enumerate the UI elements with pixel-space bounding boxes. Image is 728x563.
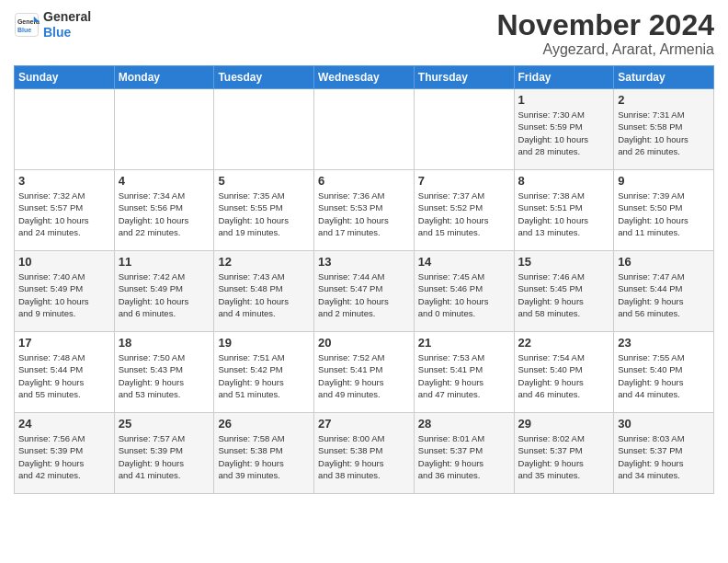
day-number: 17 [18, 336, 110, 350]
calendar-cell [15, 89, 115, 170]
day-number: 25 [119, 417, 210, 431]
col-header-saturday: Saturday [614, 66, 714, 89]
day-info: Sunrise: 7:38 AMSunset: 5:51 PMDaylight:… [518, 190, 610, 238]
calendar-cell: 7Sunrise: 7:37 AMSunset: 5:52 PMDaylight… [414, 170, 514, 251]
calendar-cell: 20Sunrise: 7:52 AMSunset: 5:41 PMDayligh… [314, 332, 415, 413]
day-info: Sunrise: 7:46 AMSunset: 5:45 PMDaylight:… [518, 270, 610, 319]
day-info: Sunrise: 7:58 AMSunset: 5:38 PMDaylight:… [218, 432, 310, 481]
day-info: Sunrise: 7:31 AMSunset: 5:58 PMDaylight:… [618, 109, 710, 157]
day-number: 28 [418, 417, 510, 431]
calendar-cell [314, 89, 415, 170]
day-number: 5 [218, 174, 310, 188]
day-number: 27 [318, 417, 410, 431]
day-number: 10 [18, 255, 110, 269]
calendar-cell: 18Sunrise: 7:50 AMSunset: 5:43 PMDayligh… [114, 332, 214, 413]
day-number: 11 [119, 255, 210, 269]
day-info: Sunrise: 7:48 AMSunset: 5:44 PMDaylight:… [18, 351, 110, 400]
day-info: Sunrise: 7:50 AMSunset: 5:43 PMDaylight:… [119, 351, 210, 400]
day-info: Sunrise: 7:40 AMSunset: 5:49 PMDaylight:… [18, 270, 110, 319]
calendar-cell: 11Sunrise: 7:42 AMSunset: 5:49 PMDayligh… [114, 251, 214, 332]
logo-line1: General [43, 9, 91, 25]
day-number: 7 [418, 174, 510, 188]
logo: General Blue General Blue [14, 9, 91, 40]
day-number: 2 [618, 93, 710, 107]
day-info: Sunrise: 7:39 AMSunset: 5:50 PMDaylight:… [618, 190, 710, 238]
calendar-cell: 22Sunrise: 7:54 AMSunset: 5:40 PMDayligh… [514, 332, 614, 413]
calendar-cell: 9Sunrise: 7:39 AMSunset: 5:50 PMDaylight… [614, 170, 714, 251]
day-info: Sunrise: 7:37 AMSunset: 5:52 PMDaylight:… [418, 190, 510, 238]
calendar-cell: 25Sunrise: 7:57 AMSunset: 5:39 PMDayligh… [114, 413, 214, 494]
day-info: Sunrise: 7:51 AMSunset: 5:42 PMDaylight:… [218, 351, 310, 400]
calendar-table: SundayMondayTuesdayWednesdayThursdayFrid… [14, 65, 714, 494]
day-info: Sunrise: 7:43 AMSunset: 5:48 PMDaylight:… [218, 270, 310, 319]
day-number: 3 [18, 174, 110, 188]
calendar-cell: 23Sunrise: 7:55 AMSunset: 5:40 PMDayligh… [614, 332, 714, 413]
logo-icon: General Blue [14, 12, 40, 38]
col-header-thursday: Thursday [414, 66, 514, 89]
calendar-cell [214, 89, 314, 170]
page-container: General Blue General Blue November 2024 … [0, 0, 728, 503]
calendar-cell: 3Sunrise: 7:32 AMSunset: 5:57 PMDaylight… [15, 170, 115, 251]
day-number: 8 [518, 174, 610, 188]
calendar-cell: 14Sunrise: 7:45 AMSunset: 5:46 PMDayligh… [414, 251, 514, 332]
calendar-cell: 5Sunrise: 7:35 AMSunset: 5:55 PMDaylight… [214, 170, 314, 251]
day-number: 26 [218, 417, 310, 431]
day-number: 6 [318, 174, 410, 188]
day-number: 22 [518, 336, 610, 350]
day-info: Sunrise: 8:00 AMSunset: 5:38 PMDaylight:… [318, 432, 410, 481]
calendar-cell: 30Sunrise: 8:03 AMSunset: 5:37 PMDayligh… [614, 413, 714, 494]
day-info: Sunrise: 7:34 AMSunset: 5:56 PMDaylight:… [119, 190, 210, 238]
calendar-cell: 10Sunrise: 7:40 AMSunset: 5:49 PMDayligh… [15, 251, 115, 332]
day-number: 18 [119, 336, 210, 350]
day-number: 4 [119, 174, 210, 188]
col-header-tuesday: Tuesday [214, 66, 314, 89]
day-info: Sunrise: 7:47 AMSunset: 5:44 PMDaylight:… [618, 270, 710, 319]
col-header-monday: Monday [114, 66, 214, 89]
day-info: Sunrise: 7:56 AMSunset: 5:39 PMDaylight:… [18, 432, 110, 481]
day-number: 16 [618, 255, 710, 269]
calendar-cell: 28Sunrise: 8:01 AMSunset: 5:37 PMDayligh… [414, 413, 514, 494]
calendar-cell: 21Sunrise: 7:53 AMSunset: 5:41 PMDayligh… [414, 332, 514, 413]
calendar-cell: 4Sunrise: 7:34 AMSunset: 5:56 PMDaylight… [114, 170, 214, 251]
day-number: 29 [518, 417, 610, 431]
day-number: 19 [218, 336, 310, 350]
day-number: 15 [518, 255, 610, 269]
col-header-friday: Friday [514, 66, 614, 89]
month-title: November 2024 [496, 9, 714, 41]
calendar-cell: 1Sunrise: 7:30 AMSunset: 5:59 PMDaylight… [514, 89, 614, 170]
day-info: Sunrise: 8:01 AMSunset: 5:37 PMDaylight:… [418, 432, 510, 481]
col-header-wednesday: Wednesday [314, 66, 415, 89]
day-info: Sunrise: 7:32 AMSunset: 5:57 PMDaylight:… [18, 190, 110, 238]
day-info: Sunrise: 7:55 AMSunset: 5:40 PMDaylight:… [618, 351, 710, 400]
day-info: Sunrise: 7:45 AMSunset: 5:46 PMDaylight:… [418, 270, 510, 319]
logo-line2: Blue [43, 25, 91, 40]
calendar-cell: 13Sunrise: 7:44 AMSunset: 5:47 PMDayligh… [314, 251, 415, 332]
calendar-cell: 24Sunrise: 7:56 AMSunset: 5:39 PMDayligh… [15, 413, 115, 494]
calendar-cell: 2Sunrise: 7:31 AMSunset: 5:58 PMDaylight… [614, 89, 714, 170]
title-block: November 2024 Aygezard, Ararat, Armenia [496, 9, 714, 58]
calendar-cell: 6Sunrise: 7:36 AMSunset: 5:53 PMDaylight… [314, 170, 415, 251]
calendar-cell: 26Sunrise: 7:58 AMSunset: 5:38 PMDayligh… [214, 413, 314, 494]
calendar-cell: 15Sunrise: 7:46 AMSunset: 5:45 PMDayligh… [514, 251, 614, 332]
header-row: General Blue General Blue November 2024 … [14, 9, 714, 58]
day-info: Sunrise: 7:42 AMSunset: 5:49 PMDaylight:… [119, 270, 210, 319]
day-info: Sunrise: 7:44 AMSunset: 5:47 PMDaylight:… [318, 270, 410, 319]
day-number: 9 [618, 174, 710, 188]
day-info: Sunrise: 8:03 AMSunset: 5:37 PMDaylight:… [618, 432, 710, 481]
calendar-cell: 29Sunrise: 8:02 AMSunset: 5:37 PMDayligh… [514, 413, 614, 494]
day-info: Sunrise: 7:35 AMSunset: 5:55 PMDaylight:… [218, 190, 310, 238]
day-info: Sunrise: 7:52 AMSunset: 5:41 PMDaylight:… [318, 351, 410, 400]
day-number: 14 [418, 255, 510, 269]
day-info: Sunrise: 7:36 AMSunset: 5:53 PMDaylight:… [318, 190, 410, 238]
day-number: 1 [518, 93, 610, 107]
calendar-cell: 8Sunrise: 7:38 AMSunset: 5:51 PMDaylight… [514, 170, 614, 251]
day-number: 21 [418, 336, 510, 350]
day-number: 13 [318, 255, 410, 269]
calendar-cell [414, 89, 514, 170]
location-title: Aygezard, Ararat, Armenia [496, 41, 714, 58]
day-number: 20 [318, 336, 410, 350]
day-info: Sunrise: 7:30 AMSunset: 5:59 PMDaylight:… [518, 109, 610, 157]
day-number: 23 [618, 336, 710, 350]
day-info: Sunrise: 7:57 AMSunset: 5:39 PMDaylight:… [119, 432, 210, 481]
day-number: 24 [18, 417, 110, 431]
